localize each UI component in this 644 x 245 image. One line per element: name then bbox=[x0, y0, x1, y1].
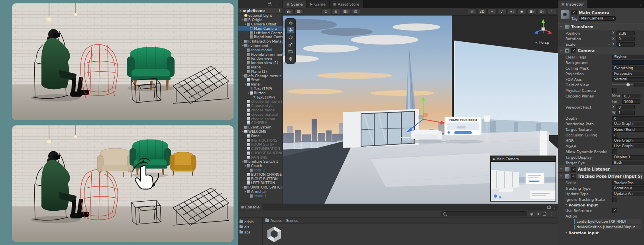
hierarchy-item[interactable]: INSTRUCTIONS bbox=[238, 138, 283, 142]
inspector-row[interactable]: Allow Dynamic Resolution ▾ bbox=[558, 149, 644, 154]
dropdown-field[interactable]: Vertical ▾ bbox=[612, 77, 644, 82]
inspector-row[interactable]: Rotation X 0 bbox=[558, 36, 644, 41]
fold-icon[interactable]: ▾ bbox=[242, 159, 244, 163]
view-tab[interactable]: ▦ Scene bbox=[283, 0, 307, 8]
cameras-dropdown[interactable]: ▣ ▾ bbox=[527, 8, 536, 15]
scene-audio-toggle[interactable]: ♪ bbox=[497, 8, 507, 15]
project-folder[interactable]: erials bbox=[238, 219, 262, 224]
checkbox[interactable] bbox=[612, 149, 617, 154]
tracked-pose-checkbox[interactable] bbox=[571, 174, 576, 179]
fold-icon[interactable]: ▾ bbox=[242, 130, 244, 134]
project-search[interactable] bbox=[441, 211, 527, 216]
breadcrumb-current[interactable]: Scenes bbox=[286, 219, 298, 223]
checkbox[interactable] bbox=[612, 197, 617, 202]
tab-inspector[interactable]: ▣ Inspector bbox=[558, 0, 588, 8]
value-field[interactable]: 1000 bbox=[622, 99, 640, 104]
hierarchy-item[interactable]: ▾ Camera Offset bbox=[238, 22, 283, 27]
view-tab[interactable]: ▣ Asset Store bbox=[330, 0, 363, 8]
scene-view-menu[interactable]: ⋮ bbox=[547, 8, 556, 15]
input-action-binding[interactable]: centerEyePosition [XR HMD] bbox=[574, 219, 641, 224]
inspector-row[interactable]: Ignore Tracking State ▾ bbox=[558, 196, 644, 202]
hierarchy-item[interactable]: CONFIRM bbox=[238, 121, 283, 125]
hierarchy-item[interactable]: chair_1 bbox=[238, 194, 283, 198]
fold-icon[interactable]: ▾ bbox=[244, 22, 247, 26]
hierarchy-item[interactable]: CHOOSE PAINTING bbox=[238, 151, 283, 156]
fold-icon[interactable]: ▾ bbox=[242, 185, 244, 189]
dropdown-field[interactable]: Rotation A ▾ bbox=[612, 186, 644, 191]
inspector-row[interactable]: Viewport Rect 0 ▾ 0 bbox=[558, 104, 644, 110]
checkbox[interactable] bbox=[612, 88, 617, 93]
hierarchy-item[interactable]: ectional Light bbox=[238, 14, 283, 18]
inspector-menu-icon[interactable]: ⋮ bbox=[637, 2, 644, 6]
inspector-row[interactable]: HDR Use Graphi ▾ Use Graphi bbox=[558, 138, 644, 143]
fold-icon[interactable]: ▾ bbox=[247, 91, 250, 95]
text-field[interactable]: 0 bbox=[612, 116, 644, 121]
inspector-row[interactable]: centerEyePosition [XR HMD] ▾ bbox=[558, 219, 644, 224]
hierarchy-item[interactable]: Choose style bbox=[238, 104, 283, 108]
hierarchy-item[interactable]: ▾ Couch bbox=[238, 164, 283, 168]
hierarchy-item[interactable]: ▾ nvironment bbox=[238, 44, 283, 48]
hierarchy-item[interactable]: room model bbox=[238, 48, 283, 52]
perspective-label[interactable]: < Persp bbox=[535, 41, 549, 45]
hierarchy-item[interactable]: Main Camera bbox=[238, 26, 283, 31]
hierarchy-item[interactable]: PAINTING bbox=[238, 155, 283, 159]
dropdown-field[interactable]: Use Graphi ▾ bbox=[612, 144, 644, 148]
checkbox[interactable] bbox=[612, 132, 617, 138]
hierarchy-item[interactable]: ▾ ofa Change menus bbox=[238, 74, 283, 78]
inspector-row[interactable]: Tracking Type Rotation A ▾ Rotation A bbox=[558, 185, 644, 191]
hierarchy-item[interactable]: choose model bbox=[238, 108, 283, 113]
hierarchy-item[interactable]: choose colour bbox=[238, 117, 283, 121]
inspector-row[interactable]: FOV Axis Vertical ▾ Vertical bbox=[558, 76, 644, 82]
scene-asset-icon[interactable] bbox=[266, 225, 283, 243]
project-folder[interactable]: els bbox=[238, 224, 262, 229]
hierarchy-item[interactable]: LeftHand Controller bbox=[238, 31, 283, 35]
hierarchy-item[interactable]: sofa_2 bbox=[238, 168, 283, 173]
dropdown-field[interactable]: Use Graphi ▾ bbox=[612, 122, 644, 126]
transform-component-header[interactable]: ▾ Transform bbox=[558, 23, 644, 30]
checkbox[interactable] bbox=[612, 208, 617, 213]
hierarchy-item[interactable]: ▾ Button bbox=[238, 91, 283, 95]
value-field[interactable]: 0 bbox=[617, 105, 635, 109]
hierarchy-item[interactable]: CUSTUMISATION bbox=[238, 147, 283, 151]
tool-handle-rotation[interactable]: ⊕ bbox=[331, 8, 340, 15]
transform-tool[interactable] bbox=[287, 56, 294, 62]
camera-settings[interactable]: ◎ bbox=[467, 8, 477, 15]
visibility-icon[interactable]: ◉ bbox=[529, 212, 534, 216]
input-action-binding[interactable]: devicePosition [HandheldARInput bbox=[574, 225, 641, 229]
hierarchy-item[interactable]: RightHand Controller bbox=[238, 35, 283, 39]
breadcrumb-root[interactable]: Assets bbox=[271, 219, 282, 223]
hierarchy-item[interactable]: ▾ Armchair bbox=[238, 190, 283, 194]
inspector-row[interactable]: Clear Flags Skybox ▾ Skybox bbox=[558, 54, 644, 60]
object-field[interactable]: None (Rend ⊙ bbox=[612, 127, 644, 132]
value-field[interactable]: 2.38 bbox=[617, 31, 635, 35]
favorites-icon[interactable]: ★ bbox=[536, 212, 541, 216]
active-checkbox[interactable] bbox=[571, 10, 577, 15]
view-tool[interactable] bbox=[287, 20, 294, 26]
console-lock-icon[interactable] bbox=[547, 206, 551, 209]
dropdown-field[interactable]: Everything ▾ bbox=[612, 66, 644, 70]
project-folder[interactable]: abs bbox=[238, 229, 262, 235]
dropdown-field[interactable]: Display 1 ▾ bbox=[612, 155, 644, 159]
scene-lighting-toggle[interactable]: ☀ bbox=[487, 8, 497, 15]
hierarchy-item[interactable]: choose furniture type bbox=[238, 99, 283, 104]
camera-component-header[interactable]: ▾ Camera bbox=[558, 47, 644, 54]
inspector-row[interactable]: Projection Perspectiv ▾ Perspectiv bbox=[558, 71, 644, 76]
audio-listener-header[interactable]: ▾ Audio Listener bbox=[558, 165, 644, 173]
gizmos-dropdown[interactable]: ⊕ ▾ bbox=[537, 8, 546, 15]
inspector-row[interactable]: devicePosition [HandheldARInput ▾ bbox=[558, 224, 644, 230]
inspector-row[interactable]: Field of View ▾ bbox=[558, 82, 644, 88]
scale-tool[interactable] bbox=[287, 41, 294, 48]
tracked-pose-header[interactable]: ▾ Tracked Pose Driver (Input Sys bbox=[558, 173, 644, 180]
rect-tool[interactable] bbox=[287, 49, 294, 55]
fold-icon[interactable]: ▾ bbox=[244, 164, 247, 168]
object-field[interactable]: TrackedPos ⊙ bbox=[612, 181, 644, 185]
project-search-input[interactable] bbox=[448, 212, 525, 216]
dropdown-field[interactable]: Perspectiv ▾ bbox=[612, 72, 644, 76]
value-field[interactable]: 1 bbox=[617, 42, 635, 47]
hierarchy-item[interactable]: RoomEnvironment bbox=[238, 52, 283, 56]
fold-icon[interactable]: ▾ bbox=[244, 82, 247, 86]
dropdown-field[interactable]: Use Graphi ▾ bbox=[612, 138, 644, 143]
inspector-row[interactable]: Update Type Update An ▾ Update An bbox=[558, 191, 644, 196]
hierarchy-item[interactable]: choose materal bbox=[238, 112, 283, 117]
inspector-row[interactable]: Script TrackedPos ▾ TrackedPos Tr bbox=[558, 180, 644, 185]
